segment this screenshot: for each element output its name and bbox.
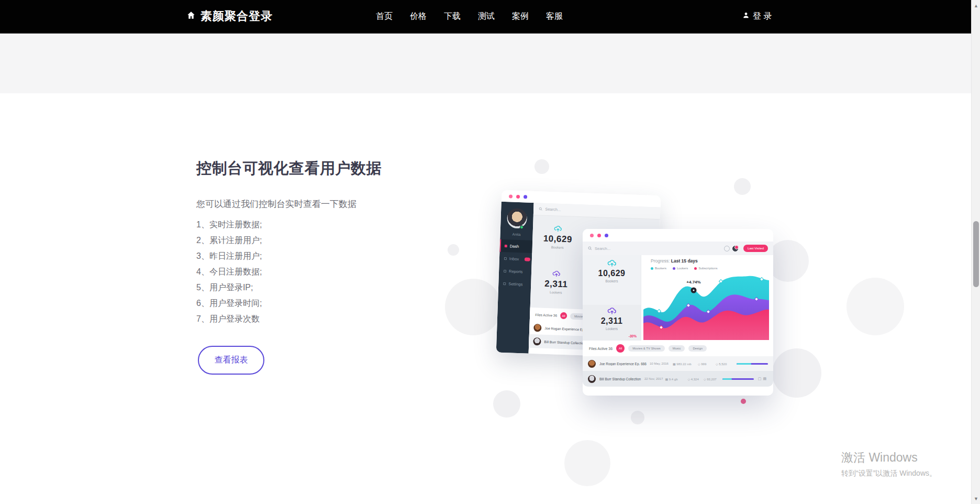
feature-list: 1、实时注册数据; 2、累计注册用户; 3、昨日注册用户; 4、今日注册数据; … — [196, 217, 262, 327]
user-icon — [742, 12, 750, 21]
dashboard-front-card: Search... Last Visited 10,629 Bookers — [583, 229, 773, 396]
user-name: Anita — [500, 232, 532, 237]
last-visited-button[interactable]: Last Visited — [743, 245, 768, 252]
nav-item-home[interactable]: 首页 — [375, 9, 394, 24]
navbar: 素颜聚合登录 首页 价格 下载 测试 案例 客服 登 录 — [0, 0, 980, 32]
file-row-selected: Bill Burr Standup Collection 22 Nov, 201… — [583, 371, 773, 387]
filter-pill[interactable]: Music — [669, 345, 685, 352]
avatar — [507, 208, 527, 228]
stat-label: Lookers — [531, 290, 581, 295]
nav-item-download[interactable]: 下载 — [443, 9, 462, 24]
leechers-count: ◇ 5,520 — [716, 362, 737, 366]
list-item: 3、昨日注册用户; — [196, 248, 262, 264]
list-item: 7、用户登录次数 — [196, 311, 262, 327]
stat-delta: -30% — [629, 334, 637, 338]
files-active-label: Files Active 36 — [589, 347, 612, 350]
file-name: Bill Burr Standup Collection — [544, 339, 585, 345]
nav-menu: 首页 价格 下载 测试 案例 客服 — [375, 0, 564, 32]
stat-value: 10,629 — [583, 269, 641, 278]
progress-bar — [722, 378, 754, 380]
nav-item-support[interactable]: 客服 — [545, 9, 564, 24]
decor-circle — [847, 278, 904, 335]
page-subtitle: 您可以通过我们控制台实时查看一下数据 — [196, 198, 357, 210]
search-icon — [588, 246, 592, 250]
nav-item-test[interactable]: 测试 — [477, 9, 496, 24]
chart-annotation: +4.74% — [686, 280, 700, 284]
windows-activation-watermark: 激活 Windows 转到“设置”以激活 Windows。 — [841, 450, 937, 478]
avatar — [588, 360, 596, 368]
home-icon — [186, 10, 196, 22]
refresh-icon — [724, 246, 730, 251]
stat-value: 2,311 — [583, 316, 641, 326]
scrollbar-thumb[interactable] — [973, 221, 979, 287]
cloud-upload-icon — [552, 270, 561, 277]
area-chart: +4.74% — [643, 273, 769, 340]
window-bar — [583, 229, 773, 242]
notifications-icon — [732, 246, 738, 251]
toolbar: Search... Last Visited — [583, 242, 773, 255]
decor-circle — [631, 411, 644, 424]
file-size: ▦ 9.4 gb — [665, 377, 687, 381]
filter-pill[interactable]: Movies & TV Shows — [628, 345, 665, 352]
stat-bookers: 10,629 Bookers — [532, 224, 584, 250]
files-filter-row: Files Active 36 All Movies & TV Shows Mu… — [583, 341, 773, 356]
window-dot — [524, 195, 527, 199]
window-dot — [605, 234, 608, 237]
stats-column: 10,629 Bookers 2,311 Lookers -30% — [583, 255, 641, 341]
window-dot — [597, 234, 601, 237]
menu-label: Settings — [508, 281, 522, 287]
notification-badge — [525, 257, 530, 261]
chart-panel: Progress: Last 15 days Bookers Lookers S… — [641, 255, 773, 341]
chart-legend: Bookers Lookers Subscriptions — [651, 267, 717, 270]
back-sidebar: Anita Dash Inbox Reports — [496, 202, 534, 354]
front-content: 10,629 Bookers 2,311 Lookers -30% Progre… — [583, 255, 773, 341]
page-title: 控制台可视化查看用户数据 — [196, 158, 382, 179]
files-active-label: Files Active 36 — [535, 313, 557, 317]
row-action-icons: ▢▤ — [758, 377, 768, 381]
decor-circle — [445, 279, 502, 335]
scroll-up-arrow[interactable]: ▲ — [972, 1, 980, 10]
window-dot — [509, 194, 513, 198]
seeders-count: ◇ 4,324 — [687, 377, 703, 381]
nav-item-cases[interactable]: 案例 — [511, 9, 530, 24]
scroll-down-arrow[interactable]: ▼ — [972, 494, 980, 503]
stat-label: Bookers — [583, 279, 641, 283]
menu-label: Reports — [509, 269, 523, 274]
decor-circle — [448, 244, 459, 256]
filter-pill[interactable]: Design — [688, 345, 707, 352]
window-dot — [590, 234, 594, 237]
leechers-count: ◇ 93,207 — [704, 377, 722, 381]
search-placeholder: Search... — [595, 246, 610, 251]
avatar — [533, 337, 541, 346]
view-report-button[interactable]: 查看报表 — [198, 346, 264, 375]
file-name: Bill Burr Standup Collection — [599, 377, 644, 381]
seeders-count: ◇ 999 — [698, 362, 716, 366]
progress-bar — [737, 363, 768, 365]
vertical-scrollbar: ▲ ▼ — [971, 0, 980, 504]
chart-title-prefix: Progress: — [651, 258, 670, 264]
stat-label: Lookers — [583, 327, 641, 331]
cloud-upload-icon — [607, 308, 617, 314]
decor-circle — [734, 178, 751, 195]
legend-item: Bookers — [651, 267, 666, 270]
stat-label: Bookers — [532, 245, 583, 250]
file-name: Joe Rogan Experience Ep. 666 — [599, 362, 650, 366]
watermark-line1: 激活 Windows — [841, 450, 937, 466]
watermark-line2: 转到“设置”以激活 Windows。 — [841, 469, 937, 478]
list-item: 5、用户登录IP; — [196, 280, 262, 295]
menu-icon — [504, 270, 506, 272]
stat-value: 10,629 — [532, 233, 583, 245]
file-row: Joe Rogan Experience Ep. 666 10 May, 201… — [583, 356, 773, 371]
online-status-dot — [520, 225, 524, 229]
window-dots — [509, 194, 527, 199]
decor-circle — [534, 159, 549, 174]
nav-item-pricing[interactable]: 价格 — [409, 9, 428, 24]
hero-band — [0, 32, 980, 93]
menu-item-inbox: Inbox — [499, 252, 532, 266]
list-item: 4、今日注册数据; — [196, 264, 262, 280]
file-date: 22 Nov, 2017 — [644, 377, 665, 380]
cloud-upload-icon — [554, 225, 562, 232]
filter-badge-all[interactable]: All — [616, 344, 625, 353]
login-button[interactable]: 登 录 — [742, 0, 772, 32]
brand[interactable]: 素颜聚合登录 — [186, 0, 273, 32]
